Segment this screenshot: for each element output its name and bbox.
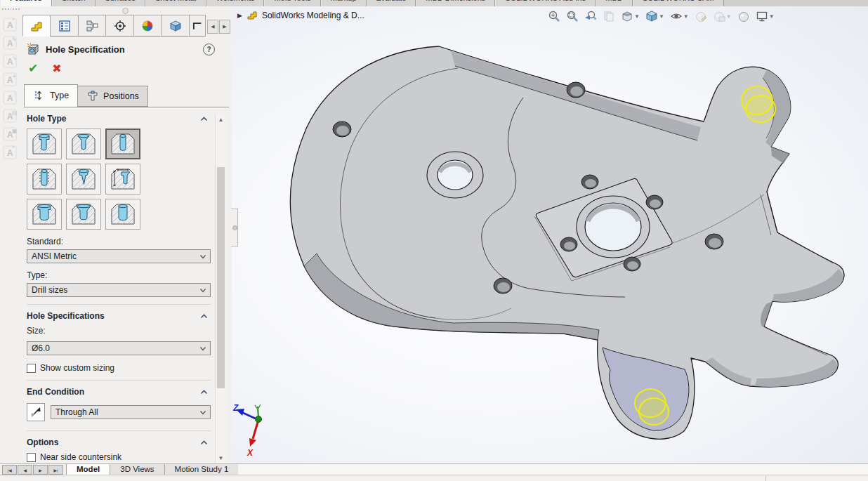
standard-label: Standard: [27,237,211,246]
study-nav-prev-button[interactable]: ◀ [18,465,32,475]
hole-type-countersink-slot-button[interactable] [66,199,101,230]
end-condition-dropdown[interactable]: Through All [51,405,211,419]
scroll-down-icon[interactable]: ▼ [216,452,226,463]
part-icon [246,10,258,20]
configuration-manager-tab[interactable] [78,15,106,37]
apply-scene-icon[interactable]: ▼ [711,8,733,24]
chevron-down-icon [199,346,206,351]
collapse-chevron-icon [200,440,208,445]
expand-tree-icon[interactable]: ▶ [237,12,242,19]
stamp-icon[interactable]: A ▣ [2,126,18,142]
hole-type-tapered-tap-button[interactable] [66,164,101,195]
tab-positions[interactable]: Positions [77,86,148,107]
scroll-tabs-left-icon[interactable]: ◀ [207,20,218,34]
panel-scrollbar[interactable]: ▲ ▼ [215,114,226,463]
end-condition-direction-icon[interactable] [27,403,45,421]
hole-type-slot-button[interactable] [105,199,140,230]
note-add-icon[interactable]: A + [2,72,18,87]
collapse-chevron-icon [200,390,208,395]
toolbar-grip[interactable] [0,6,20,14]
chevron-down-icon: ▼ [634,13,640,20]
note-edit-icon[interactable]: A ✎ [2,35,18,51]
type-dropdown[interactable]: Drill sizes [27,283,211,297]
ribbon-tab-markup[interactable]: Markup [321,0,367,6]
size-dropdown[interactable]: Ø6.0 [27,341,211,355]
hole-type-legacy-hole-button[interactable] [105,164,140,195]
property-manager-panel: ◀▶ Hole Specification ? ✔ ✖ TypePosition… [20,6,232,463]
zoom-to-area-icon[interactable] [565,8,580,24]
hole-type-counterbore-slot-button[interactable] [27,199,62,230]
standard-dropdown[interactable]: ANSI Metric [27,249,211,263]
ribbon-tab-sketch[interactable]: Sketch [52,0,96,6]
ribbon-tab-solidworks-add-ins[interactable]: SOLIDWORKS Add-Ins [495,0,596,6]
hole-type-counterbore-button[interactable] [27,129,62,159]
end-condition-section-header[interactable]: End Condition [27,387,211,397]
scroll-up-icon[interactable]: ▲ [216,114,226,125]
hide-show-items-icon[interactable]: ▼ [669,8,690,24]
view-orientation-icon[interactable]: ▼ [644,8,666,24]
ribbon-tab-weldments[interactable]: Weldments [206,0,265,6]
near-side-countersink-label: Near side countersink [40,452,121,462]
ribbon-tab-mold-tools[interactable]: Mold Tools [264,0,320,6]
edit-appearance-icon[interactable] [693,8,709,24]
scrollbar-thumb[interactable] [217,167,225,388]
ribbon-tab-surfaces[interactable]: Surfaces [96,0,145,6]
options-section-header[interactable]: Options [27,437,211,447]
display-manager-tab[interactable] [133,15,162,37]
breadcrumb[interactable]: ▶ SolidWorks Modeling & D... [237,10,364,20]
tab-motion-study-1[interactable]: Motion Study 1 [164,464,239,475]
chain-icon[interactable]: A ° [2,145,18,160]
study-nav-next-button[interactable]: ▶ [33,465,48,475]
tab-model[interactable]: Model [66,464,110,475]
orientation-triad[interactable]: Z X [232,403,262,458]
ribbon-tab-solidworks-cam[interactable]: SOLIDWORKS CAM [633,0,724,6]
study-nav-last-button[interactable]: ▶| [48,465,63,475]
hole-type-straight-tap-button[interactable] [27,164,62,195]
dynamic-annotation-views-icon[interactable] [601,8,617,24]
svg-text:↘: ↘ [12,55,17,61]
previous-view-icon[interactable] [583,8,598,24]
show-custom-sizing-checkbox[interactable] [27,364,36,373]
graphics-viewport[interactable]: ▶ SolidWorks Modeling & D... ▼ ▼ ▼▼ ▼ [232,6,868,463]
hole-type-section-header[interactable]: Hole Type [27,114,211,124]
type-label: Type: [27,270,211,280]
note-star-icon[interactable]: A ° [2,17,18,32]
svg-text:⋮: ⋮ [12,91,18,98]
tab-type[interactable]: Type [24,84,78,107]
hole-specifications-section-header[interactable]: Hole Specifications [27,311,211,321]
view-settings-icon[interactable] [736,8,751,24]
clipboard-icon[interactable]: A ▤ [2,108,18,124]
zoom-to-fit-icon[interactable] [546,8,562,24]
overflow-tab[interactable] [189,15,206,37]
study-nav-first-button[interactable]: |◀ [2,465,17,475]
cam-manager-tab[interactable] [161,15,189,37]
help-button[interactable]: ? [203,44,215,55]
display-settings-icon[interactable]: ▼ [754,8,776,24]
dimxpert-manager-tab[interactable] [105,15,133,37]
ribbon-tab-sheet-metal[interactable]: Sheet Metal [145,0,206,6]
hole-wizard-icon [27,42,41,56]
svg-text:°: ° [12,18,15,25]
property-manager-tab[interactable] [50,15,78,37]
ribbon-tab-mbd[interactable]: MBD [596,0,632,6]
ribbon-tab-mbd-dimensions[interactable]: MBD Dimensions [416,0,495,6]
section-view-icon[interactable]: ▼ [619,8,641,24]
near-side-countersink-checkbox[interactable] [27,453,36,462]
note-status-icon[interactable]: A ⋮ [2,90,18,105]
svg-text:°: ° [12,146,15,152]
ribbon-tab-evaluate[interactable]: Evaluate [367,0,416,6]
hole-type-hole-button[interactable] [105,129,140,159]
scroll-tabs-right-icon[interactable]: ▶ [219,20,230,34]
ribbon-tab-features[interactable]: Features [0,0,52,6]
panel-splitter-handle[interactable] [231,209,238,246]
panel-collapse-handle[interactable] [122,8,129,14]
heads-up-toolbar: ▼ ▼ ▼▼ ▼ [546,8,776,24]
hole-type-countersink-button[interactable] [66,129,101,159]
main-bore-hole[interactable] [585,203,641,251]
svg-text:▤: ▤ [12,110,18,116]
ok-button[interactable]: ✔ [28,61,38,76]
note-arrow-icon[interactable]: A ↘ [2,53,18,69]
feature-manager-tab[interactable] [22,15,51,37]
tab-3d-views[interactable]: 3D Views [110,464,164,475]
cancel-button[interactable]: ✖ [52,62,61,75]
